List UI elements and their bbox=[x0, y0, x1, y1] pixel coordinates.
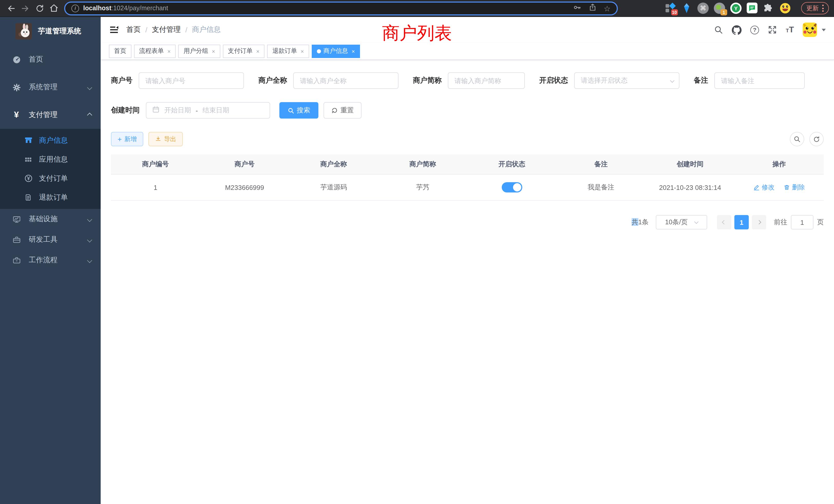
export-button[interactable]: 导出 bbox=[148, 132, 183, 146]
briefcase-icon bbox=[10, 256, 23, 265]
remark-input[interactable] bbox=[714, 72, 805, 89]
chevron-right-icon bbox=[757, 220, 761, 225]
sidebar-item-infrastructure[interactable]: 基础设施 bbox=[0, 209, 101, 229]
column-header: 创建时间 bbox=[645, 155, 734, 174]
extension-chat-icon[interactable] bbox=[747, 3, 758, 14]
sidebar-item-workflow[interactable]: 工作流程 bbox=[0, 250, 101, 271]
column-header: 商户简称 bbox=[378, 155, 467, 174]
url-text[interactable]: localhost:1024/pay/merchant bbox=[83, 5, 168, 12]
add-button[interactable]: + 新增 bbox=[111, 132, 143, 146]
close-icon[interactable]: × bbox=[168, 48, 171, 54]
font-size-icon[interactable]: TT bbox=[786, 25, 794, 35]
site-info-icon[interactable]: i bbox=[71, 4, 79, 12]
merchant-no-input[interactable] bbox=[139, 72, 244, 89]
calendar-icon bbox=[152, 106, 160, 115]
sidebar-item-merchant-info[interactable]: 商户信息 bbox=[0, 131, 101, 150]
sidebar-item-home[interactable]: 首页 bbox=[0, 46, 101, 73]
tab-refund-order[interactable]: 退款订单× bbox=[267, 44, 309, 58]
sidebar-item-refund-order[interactable]: 退款订单 bbox=[0, 188, 101, 207]
extension-command-icon[interactable]: ⌘ bbox=[697, 3, 709, 14]
tab-merchant-info[interactable]: 商户信息× bbox=[312, 44, 360, 58]
plus-icon: + bbox=[117, 136, 122, 143]
browser-toolbar: i localhost:1024/pay/merchant ☆ 10 bbox=[0, 0, 834, 17]
status-cell bbox=[467, 175, 556, 200]
date-separator: - bbox=[196, 107, 198, 114]
column-header: 开启状态 bbox=[467, 155, 556, 174]
column-header: 商户全称 bbox=[289, 155, 378, 174]
github-icon[interactable] bbox=[732, 25, 742, 35]
table-header-row: 商户编号 商户号 商户全称 商户简称 开启状态 备注 创建时间 操作 bbox=[111, 155, 824, 175]
full-name-input[interactable] bbox=[293, 72, 398, 89]
user-avatar[interactable] bbox=[803, 23, 817, 37]
prev-page-button[interactable] bbox=[717, 215, 731, 229]
tab-process-form[interactable]: 流程表单× bbox=[134, 44, 176, 58]
page-number-current[interactable]: 1 bbox=[734, 215, 749, 229]
bookmark-star-icon[interactable]: ☆ bbox=[604, 4, 611, 12]
edit-button[interactable]: 修改 bbox=[754, 183, 775, 192]
merchant-id-cell: 1 bbox=[111, 175, 200, 200]
sidebar-item-payment[interactable]: ¥ 支付管理 bbox=[0, 101, 101, 129]
fullscreen-icon[interactable] bbox=[768, 25, 777, 35]
status-toggle[interactable] bbox=[502, 182, 522, 192]
delete-button[interactable]: 删除 bbox=[784, 183, 805, 192]
breadcrumb-home[interactable]: 首页 bbox=[126, 25, 141, 35]
help-icon[interactable]: ? bbox=[750, 25, 759, 34]
profile-avatar-icon[interactable] bbox=[780, 3, 791, 14]
refresh-icon[interactable] bbox=[809, 132, 824, 146]
page-content: 商户号 商户全称 商户简称 开启状态 请选择开启状态 bbox=[101, 60, 834, 504]
close-icon[interactable]: × bbox=[301, 48, 304, 54]
search-icon[interactable] bbox=[714, 25, 723, 35]
short-name-input[interactable] bbox=[448, 72, 525, 89]
share-icon[interactable] bbox=[588, 3, 596, 13]
reload-icon[interactable] bbox=[33, 2, 46, 15]
status-select[interactable]: 请选择开启状态 bbox=[574, 72, 679, 89]
pagination-total: 共1条 bbox=[632, 217, 649, 227]
goto-page-input[interactable] bbox=[791, 215, 813, 229]
close-icon[interactable]: × bbox=[256, 48, 260, 54]
extension-y-logo-icon[interactable]: Y bbox=[730, 3, 742, 14]
reset-button[interactable]: 重置 bbox=[324, 102, 361, 118]
column-header: 操作 bbox=[734, 155, 824, 174]
browser-menu-icon[interactable] bbox=[822, 5, 824, 12]
password-key-icon[interactable] bbox=[572, 3, 581, 14]
merchant-no-cell: M233666999 bbox=[200, 175, 289, 200]
date-end-placeholder: 结束日期 bbox=[203, 106, 229, 115]
forward-icon[interactable] bbox=[19, 2, 32, 15]
sidebar-item-label: 基础设施 bbox=[29, 214, 88, 224]
url-path: :1024/pay/merchant bbox=[111, 5, 168, 12]
avatar-caret-icon[interactable] bbox=[822, 28, 826, 31]
extension-recorder-icon[interactable]: 1 bbox=[714, 3, 725, 14]
page-size-select[interactable]: 10条/页 bbox=[656, 215, 707, 229]
tab-home[interactable]: 首页 bbox=[109, 44, 131, 58]
browser-update-button[interactable]: 更新 bbox=[801, 2, 829, 14]
back-icon[interactable] bbox=[4, 2, 18, 15]
toggle-search-icon[interactable] bbox=[790, 132, 804, 146]
collapse-sidebar-icon[interactable] bbox=[109, 25, 119, 35]
sidebar-item-app-info[interactable]: 应用信息 bbox=[0, 150, 101, 169]
chevron-down-icon bbox=[87, 258, 92, 263]
tab-pay-order[interactable]: 支付订单× bbox=[223, 44, 265, 58]
url-host: localhost bbox=[83, 5, 111, 12]
address-bar[interactable]: i localhost:1024/pay/merchant ☆ bbox=[64, 1, 618, 15]
breadcrumb-separator: / bbox=[185, 26, 188, 34]
monitor-chart-icon bbox=[10, 215, 23, 224]
sidebar-item-label: 工作流程 bbox=[29, 256, 88, 265]
breadcrumb-payment[interactable]: 支付管理 bbox=[152, 25, 181, 35]
tab-user-group[interactable]: 用户分组× bbox=[178, 44, 220, 58]
next-page-button[interactable] bbox=[752, 215, 766, 229]
sidebar-item-dev-tools[interactable]: 研发工具 bbox=[0, 229, 101, 250]
create-time-cell: 2021-10-23 08:31:14 bbox=[645, 175, 734, 200]
chevron-down-icon bbox=[694, 220, 699, 224]
app-logo[interactable]: 芋道管理系统 bbox=[0, 17, 101, 46]
close-icon[interactable]: × bbox=[212, 48, 215, 54]
home-icon[interactable] bbox=[47, 2, 61, 15]
extensions-puzzle-icon[interactable] bbox=[763, 3, 774, 14]
extension-pin-icon[interactable] bbox=[681, 3, 692, 14]
search-button[interactable]: 搜索 bbox=[279, 102, 319, 118]
extension-blocks-icon[interactable]: 10 bbox=[664, 3, 676, 14]
sidebar-item-system[interactable]: 系统管理 bbox=[0, 73, 101, 101]
sidebar-item-pay-order[interactable]: 支付订单 bbox=[0, 169, 101, 188]
close-icon[interactable]: × bbox=[352, 48, 355, 54]
date-range-picker[interactable]: 开始日期 - 结束日期 bbox=[146, 102, 270, 118]
dashboard-icon bbox=[10, 55, 23, 64]
